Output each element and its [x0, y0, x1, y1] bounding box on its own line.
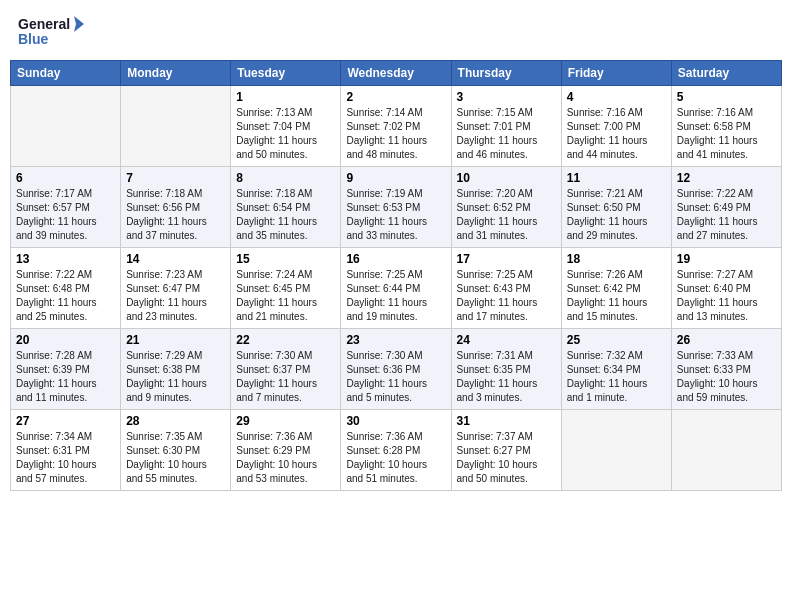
day-number: 9 — [346, 171, 445, 185]
calendar-week-2: 6Sunrise: 7:17 AM Sunset: 6:57 PM Daylig… — [11, 167, 782, 248]
day-number: 23 — [346, 333, 445, 347]
calendar-cell: 18Sunrise: 7:26 AM Sunset: 6:42 PM Dayli… — [561, 248, 671, 329]
calendar-week-4: 20Sunrise: 7:28 AM Sunset: 6:39 PM Dayli… — [11, 329, 782, 410]
svg-text:General: General — [18, 16, 70, 32]
day-info: Sunrise: 7:25 AM Sunset: 6:43 PM Dayligh… — [457, 268, 556, 324]
day-number: 20 — [16, 333, 115, 347]
day-number: 29 — [236, 414, 335, 428]
calendar-cell: 20Sunrise: 7:28 AM Sunset: 6:39 PM Dayli… — [11, 329, 121, 410]
calendar-cell: 31Sunrise: 7:37 AM Sunset: 6:27 PM Dayli… — [451, 410, 561, 491]
day-info: Sunrise: 7:16 AM Sunset: 7:00 PM Dayligh… — [567, 106, 666, 162]
day-info: Sunrise: 7:32 AM Sunset: 6:34 PM Dayligh… — [567, 349, 666, 405]
weekday-header-thursday: Thursday — [451, 61, 561, 86]
calendar-cell: 24Sunrise: 7:31 AM Sunset: 6:35 PM Dayli… — [451, 329, 561, 410]
calendar-cell: 8Sunrise: 7:18 AM Sunset: 6:54 PM Daylig… — [231, 167, 341, 248]
calendar-cell: 15Sunrise: 7:24 AM Sunset: 6:45 PM Dayli… — [231, 248, 341, 329]
day-info: Sunrise: 7:29 AM Sunset: 6:38 PM Dayligh… — [126, 349, 225, 405]
day-info: Sunrise: 7:16 AM Sunset: 6:58 PM Dayligh… — [677, 106, 776, 162]
day-number: 6 — [16, 171, 115, 185]
day-number: 26 — [677, 333, 776, 347]
day-number: 13 — [16, 252, 115, 266]
calendar-cell: 23Sunrise: 7:30 AM Sunset: 6:36 PM Dayli… — [341, 329, 451, 410]
day-info: Sunrise: 7:21 AM Sunset: 6:50 PM Dayligh… — [567, 187, 666, 243]
calendar-cell: 6Sunrise: 7:17 AM Sunset: 6:57 PM Daylig… — [11, 167, 121, 248]
weekday-header-wednesday: Wednesday — [341, 61, 451, 86]
calendar-cell: 5Sunrise: 7:16 AM Sunset: 6:58 PM Daylig… — [671, 86, 781, 167]
calendar-week-5: 27Sunrise: 7:34 AM Sunset: 6:31 PM Dayli… — [11, 410, 782, 491]
calendar-cell: 17Sunrise: 7:25 AM Sunset: 6:43 PM Dayli… — [451, 248, 561, 329]
day-info: Sunrise: 7:28 AM Sunset: 6:39 PM Dayligh… — [16, 349, 115, 405]
day-info: Sunrise: 7:22 AM Sunset: 6:48 PM Dayligh… — [16, 268, 115, 324]
day-info: Sunrise: 7:36 AM Sunset: 6:28 PM Dayligh… — [346, 430, 445, 486]
day-number: 4 — [567, 90, 666, 104]
calendar-week-1: 1Sunrise: 7:13 AM Sunset: 7:04 PM Daylig… — [11, 86, 782, 167]
day-number: 18 — [567, 252, 666, 266]
weekday-header-friday: Friday — [561, 61, 671, 86]
calendar-cell: 22Sunrise: 7:30 AM Sunset: 6:37 PM Dayli… — [231, 329, 341, 410]
calendar-cell: 11Sunrise: 7:21 AM Sunset: 6:50 PM Dayli… — [561, 167, 671, 248]
day-number: 17 — [457, 252, 556, 266]
calendar-cell: 29Sunrise: 7:36 AM Sunset: 6:29 PM Dayli… — [231, 410, 341, 491]
day-number: 15 — [236, 252, 335, 266]
day-info: Sunrise: 7:35 AM Sunset: 6:30 PM Dayligh… — [126, 430, 225, 486]
day-info: Sunrise: 7:19 AM Sunset: 6:53 PM Dayligh… — [346, 187, 445, 243]
day-number: 31 — [457, 414, 556, 428]
calendar-cell: 1Sunrise: 7:13 AM Sunset: 7:04 PM Daylig… — [231, 86, 341, 167]
weekday-header-saturday: Saturday — [671, 61, 781, 86]
day-number: 8 — [236, 171, 335, 185]
day-number: 22 — [236, 333, 335, 347]
calendar-cell: 21Sunrise: 7:29 AM Sunset: 6:38 PM Dayli… — [121, 329, 231, 410]
day-info: Sunrise: 7:36 AM Sunset: 6:29 PM Dayligh… — [236, 430, 335, 486]
day-number: 30 — [346, 414, 445, 428]
day-info: Sunrise: 7:15 AM Sunset: 7:01 PM Dayligh… — [457, 106, 556, 162]
day-number: 24 — [457, 333, 556, 347]
day-info: Sunrise: 7:26 AM Sunset: 6:42 PM Dayligh… — [567, 268, 666, 324]
day-info: Sunrise: 7:22 AM Sunset: 6:49 PM Dayligh… — [677, 187, 776, 243]
calendar-cell: 13Sunrise: 7:22 AM Sunset: 6:48 PM Dayli… — [11, 248, 121, 329]
day-info: Sunrise: 7:37 AM Sunset: 6:27 PM Dayligh… — [457, 430, 556, 486]
day-number: 3 — [457, 90, 556, 104]
day-info: Sunrise: 7:23 AM Sunset: 6:47 PM Dayligh… — [126, 268, 225, 324]
weekday-header-sunday: Sunday — [11, 61, 121, 86]
day-number: 16 — [346, 252, 445, 266]
day-number: 10 — [457, 171, 556, 185]
calendar-cell: 9Sunrise: 7:19 AM Sunset: 6:53 PM Daylig… — [341, 167, 451, 248]
day-number: 25 — [567, 333, 666, 347]
calendar-cell — [671, 410, 781, 491]
svg-marker-2 — [74, 16, 84, 32]
calendar-table: SundayMondayTuesdayWednesdayThursdayFrid… — [10, 60, 782, 491]
day-number: 2 — [346, 90, 445, 104]
calendar-cell: 30Sunrise: 7:36 AM Sunset: 6:28 PM Dayli… — [341, 410, 451, 491]
calendar-cell: 27Sunrise: 7:34 AM Sunset: 6:31 PM Dayli… — [11, 410, 121, 491]
calendar-cell: 7Sunrise: 7:18 AM Sunset: 6:56 PM Daylig… — [121, 167, 231, 248]
weekday-header-monday: Monday — [121, 61, 231, 86]
calendar-cell: 16Sunrise: 7:25 AM Sunset: 6:44 PM Dayli… — [341, 248, 451, 329]
day-info: Sunrise: 7:18 AM Sunset: 6:54 PM Dayligh… — [236, 187, 335, 243]
day-number: 27 — [16, 414, 115, 428]
day-info: Sunrise: 7:14 AM Sunset: 7:02 PM Dayligh… — [346, 106, 445, 162]
day-info: Sunrise: 7:24 AM Sunset: 6:45 PM Dayligh… — [236, 268, 335, 324]
day-info: Sunrise: 7:13 AM Sunset: 7:04 PM Dayligh… — [236, 106, 335, 162]
calendar-cell: 14Sunrise: 7:23 AM Sunset: 6:47 PM Dayli… — [121, 248, 231, 329]
svg-text:Blue: Blue — [18, 31, 49, 47]
day-info: Sunrise: 7:17 AM Sunset: 6:57 PM Dayligh… — [16, 187, 115, 243]
calendar-cell: 12Sunrise: 7:22 AM Sunset: 6:49 PM Dayli… — [671, 167, 781, 248]
calendar-cell: 10Sunrise: 7:20 AM Sunset: 6:52 PM Dayli… — [451, 167, 561, 248]
calendar-cell: 4Sunrise: 7:16 AM Sunset: 7:00 PM Daylig… — [561, 86, 671, 167]
day-number: 14 — [126, 252, 225, 266]
calendar-cell — [121, 86, 231, 167]
day-info: Sunrise: 7:30 AM Sunset: 6:36 PM Dayligh… — [346, 349, 445, 405]
day-number: 12 — [677, 171, 776, 185]
calendar-cell: 25Sunrise: 7:32 AM Sunset: 6:34 PM Dayli… — [561, 329, 671, 410]
page-header: GeneralBlue — [10, 10, 782, 54]
day-number: 11 — [567, 171, 666, 185]
weekday-header-tuesday: Tuesday — [231, 61, 341, 86]
calendar-cell — [11, 86, 121, 167]
day-info: Sunrise: 7:25 AM Sunset: 6:44 PM Dayligh… — [346, 268, 445, 324]
day-info: Sunrise: 7:27 AM Sunset: 6:40 PM Dayligh… — [677, 268, 776, 324]
day-number: 28 — [126, 414, 225, 428]
calendar-cell: 2Sunrise: 7:14 AM Sunset: 7:02 PM Daylig… — [341, 86, 451, 167]
calendar-week-3: 13Sunrise: 7:22 AM Sunset: 6:48 PM Dayli… — [11, 248, 782, 329]
calendar-cell: 19Sunrise: 7:27 AM Sunset: 6:40 PM Dayli… — [671, 248, 781, 329]
day-info: Sunrise: 7:34 AM Sunset: 6:31 PM Dayligh… — [16, 430, 115, 486]
